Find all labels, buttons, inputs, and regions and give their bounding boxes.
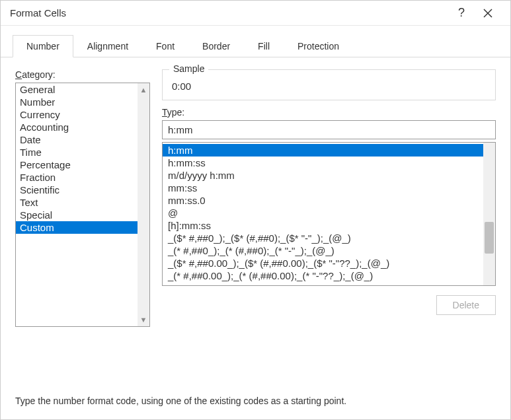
- delete-button: Delete: [436, 295, 496, 315]
- scroll-down-icon[interactable]: ▼: [140, 316, 147, 324]
- category-column: Category: GeneralNumberCurrencyAccountin…: [15, 69, 150, 389]
- category-item[interactable]: Fraction: [16, 171, 138, 184]
- sample-group: Sample 0:00: [162, 69, 496, 100]
- category-item[interactable]: Percentage: [16, 158, 138, 171]
- type-item[interactable]: [h]:mm:ss: [163, 219, 483, 232]
- category-item[interactable]: Currency: [16, 108, 138, 121]
- tab-protection[interactable]: Protection: [284, 35, 353, 57]
- type-item[interactable]: h:mm:ss: [163, 157, 483, 169]
- sample-value: 0:00: [172, 77, 486, 92]
- type-item[interactable]: m/d/yyyy h:mm: [163, 169, 483, 182]
- category-item[interactable]: Time: [16, 146, 138, 158]
- tab-fill[interactable]: Fill: [244, 35, 284, 57]
- category-label: Category:: [15, 69, 150, 80]
- format-cells-dialog: Format Cells ? NumberAlignmentFontBorder…: [0, 0, 511, 420]
- tab-strip: NumberAlignmentFontBorderFillProtection: [1, 26, 510, 57]
- type-item[interactable]: _($* #,##0_);_($* (#,##0);_($* "-"_);_(@…: [163, 232, 483, 244]
- tab-alignment[interactable]: Alignment: [73, 35, 142, 57]
- tab-border[interactable]: Border: [188, 35, 244, 57]
- sample-label: Sample: [169, 63, 208, 74]
- type-scrollbar[interactable]: [483, 143, 495, 285]
- button-row: Delete: [162, 295, 496, 315]
- category-item[interactable]: General: [16, 83, 138, 96]
- tab-number[interactable]: Number: [13, 35, 73, 57]
- type-item[interactable]: h:mm: [163, 144, 483, 157]
- type-input[interactable]: [162, 120, 496, 139]
- close-button[interactable]: [475, 9, 501, 18]
- type-item[interactable]: mm:ss: [163, 182, 483, 194]
- category-item[interactable]: Text: [16, 196, 138, 209]
- type-item[interactable]: mm:ss.0: [163, 194, 483, 207]
- scrollbar-thumb[interactable]: [485, 222, 494, 254]
- category-item[interactable]: Scientific: [16, 184, 138, 196]
- close-icon: [483, 9, 492, 18]
- help-button[interactable]: ?: [448, 6, 475, 20]
- category-item[interactable]: Special: [16, 209, 138, 221]
- details-column: Sample 0:00 Type: h:mmh:mm:ssm/d/yyyy h:…: [162, 69, 496, 389]
- category-item[interactable]: Custom: [16, 221, 138, 234]
- type-item[interactable]: _(* #,##0_);_(* (#,##0);_(* "-"_);_(@_): [163, 244, 483, 257]
- type-listbox[interactable]: h:mmh:mm:ssm/d/yyyy h:mmmm:ssmm:ss.0@[h]…: [162, 142, 496, 286]
- category-listbox[interactable]: GeneralNumberCurrencyAccountingDateTimeP…: [15, 83, 150, 327]
- type-item[interactable]: @: [163, 207, 483, 219]
- tab-font[interactable]: Font: [142, 35, 188, 57]
- type-item[interactable]: _(* #,##0.00_);_(* (#,##0.00);_(* "-"??_…: [163, 269, 483, 282]
- category-scrollbar[interactable]: ▲ ▼: [138, 83, 149, 326]
- category-item[interactable]: Number: [16, 96, 138, 108]
- hint-text: Type the number format code, using one o…: [1, 396, 510, 419]
- scroll-up-icon[interactable]: ▲: [140, 86, 147, 94]
- category-item[interactable]: Accounting: [16, 121, 138, 133]
- titlebar: Format Cells ?: [1, 1, 510, 26]
- content-area: Category: GeneralNumberCurrencyAccountin…: [1, 57, 510, 396]
- category-item[interactable]: Date: [16, 133, 138, 146]
- dialog-title: Format Cells: [10, 7, 448, 18]
- type-label: Type:: [162, 107, 496, 118]
- type-item[interactable]: _($* #,##0.00_);_($* (#,##0.00);_($* "-"…: [163, 257, 483, 269]
